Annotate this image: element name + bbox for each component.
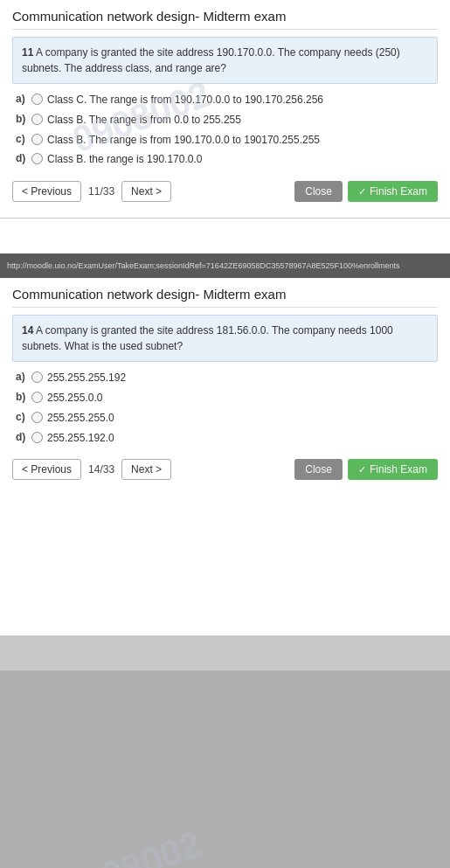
- top-question-box: 11 A company is granted the site address…: [12, 37, 438, 84]
- bottom-checkmark-icon: ✓: [358, 464, 366, 476]
- bottom-option-c[interactable]: c) 255.255.255.0: [16, 411, 438, 426]
- top-radio-b[interactable]: [31, 114, 43, 125]
- bottom-question-text: A company is granted the site address 18…: [22, 324, 393, 352]
- bottom-finish-label: Finish Exam: [370, 463, 427, 476]
- bottom-radio-b[interactable]: [31, 392, 43, 403]
- bottom-next-button[interactable]: Next >: [121, 459, 171, 480]
- top-radio-c[interactable]: [31, 134, 43, 145]
- browser-address-bar: http://moodle.uio.no/ExamUser/TakeExam;s…: [0, 253, 450, 278]
- top-next-button[interactable]: Next >: [121, 181, 171, 202]
- bottom-radio-d[interactable]: [31, 432, 43, 443]
- bottom-question-box: 14 A company is granted the site address…: [12, 315, 438, 362]
- bottom-option-d-label: d): [16, 431, 31, 443]
- top-exam-title: Communication network design- Midterm ex…: [12, 9, 438, 30]
- top-option-b[interactable]: b) Class B. The range is from 0.0 to 255…: [16, 113, 438, 128]
- bottom-option-a-text: 255.255.255.192: [47, 371, 126, 385]
- watermark-bottom: 0908002: [59, 823, 207, 868]
- top-page-indicator: 11/33: [88, 185, 114, 198]
- bottom-nav-bar: < Previous 14/33 Next > Close ✓ Finish E…: [12, 455, 438, 483]
- top-option-a-label: a): [16, 93, 31, 105]
- bottom-option-b[interactable]: b) 255.255.0.0: [16, 391, 438, 406]
- top-prev-button[interactable]: < Previous: [12, 181, 81, 202]
- bottom-close-button[interactable]: Close: [294, 459, 343, 480]
- bottom-option-b-label: b): [16, 391, 31, 403]
- bottom-radio-c[interactable]: [31, 412, 43, 423]
- top-nav-bar: < Previous 11/33 Next > Close ✓ Finish E…: [12, 177, 438, 205]
- bottom-exam-title: Communication network design- Midterm ex…: [12, 287, 438, 308]
- top-option-b-text: Class B. The range is from 0.0 to 255.25…: [47, 113, 241, 128]
- top-option-a-text: Class C. The range is from 190.170.0.0 t…: [47, 93, 323, 108]
- bottom-option-a-label: a): [16, 371, 31, 383]
- top-options-list: a) Class C. The range is from 190.170.0.…: [12, 93, 438, 167]
- top-question-text: A company is granted the site address 19…: [22, 46, 400, 74]
- bottom-finish-button[interactable]: ✓ Finish Exam: [348, 459, 438, 480]
- extra-space: [0, 496, 450, 635]
- top-option-b-label: b): [16, 113, 31, 125]
- bottom-option-b-text: 255.255.0.0: [47, 391, 102, 406]
- bottom-options-list: a) 255.255.255.192 b) 255.255.0.0 c) 255…: [12, 371, 438, 445]
- top-option-d-text: Class B. the range is 190.170.0.0: [47, 152, 202, 167]
- bottom-option-c-label: c): [16, 411, 31, 423]
- top-option-c-text: Class B. The range is from 190.170.0.0 t…: [47, 133, 320, 148]
- bottom-option-c-text: 255.255.255.0: [47, 411, 114, 426]
- bottom-radio-a[interactable]: [31, 372, 43, 383]
- top-finish-label: Finish Exam: [370, 185, 427, 198]
- top-radio-a[interactable]: [31, 94, 43, 105]
- browser-url-text: http://moodle.uio.no/ExamUser/TakeExam;s…: [7, 261, 400, 270]
- top-radio-d[interactable]: [31, 153, 43, 164]
- top-option-a[interactable]: a) Class C. The range is from 190.170.0.…: [16, 93, 438, 108]
- top-option-d-label: d): [16, 152, 31, 164]
- bottom-option-d[interactable]: d) 255.255.192.0: [16, 431, 438, 446]
- cursor-area-top: [0, 219, 450, 253]
- bottom-page-indicator: 14/33: [88, 463, 114, 476]
- top-close-button[interactable]: Close: [294, 181, 343, 202]
- top-option-d[interactable]: d) Class B. the range is 190.170.0.0: [16, 152, 438, 167]
- bottom-question-number: 14: [22, 324, 33, 337]
- checkmark-icon: ✓: [358, 186, 366, 198]
- top-option-c[interactable]: c) Class B. The range is from 190.170.0.…: [16, 133, 438, 148]
- bottom-prev-button[interactable]: < Previous: [12, 459, 81, 480]
- bottom-option-a[interactable]: a) 255.255.255.192: [16, 371, 438, 385]
- bottom-bar: [0, 635, 450, 670]
- top-option-c-label: c): [16, 133, 31, 145]
- top-finish-button[interactable]: ✓ Finish Exam: [348, 181, 438, 202]
- top-question-number: 11: [22, 46, 33, 59]
- bottom-option-d-text: 255.255.192.0: [47, 431, 114, 446]
